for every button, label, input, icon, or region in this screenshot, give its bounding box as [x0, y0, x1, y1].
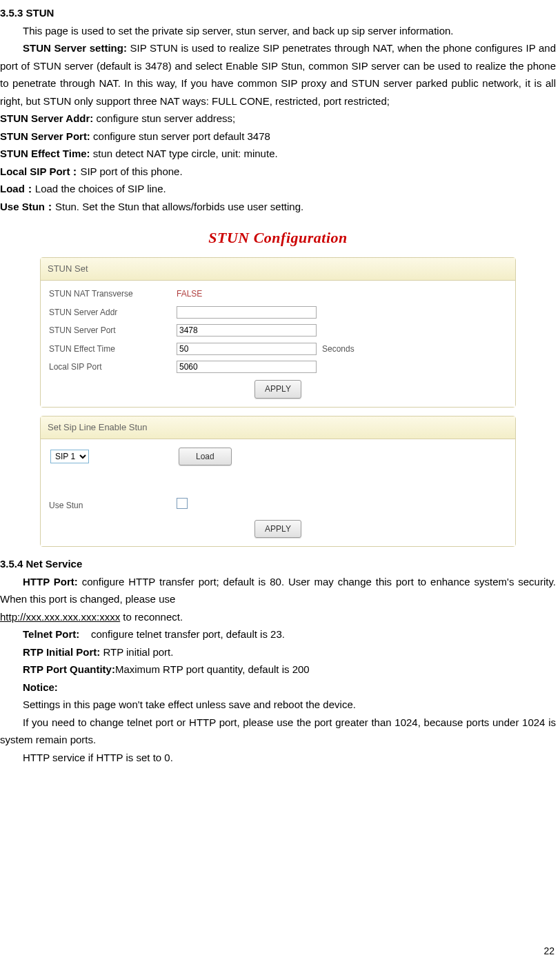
rtp-initial-label: RTP Initial Port: [23, 646, 100, 658]
use-stun-checkbox[interactable] [177, 498, 188, 509]
rtp-quantity-label: RTP Port Quantity: [23, 663, 115, 675]
section-353-title: 3.5.3 STUN [0, 0, 556, 22]
http-port-text2: to reconnect. [120, 611, 183, 623]
server-addr-row-label: STUN Server Addr [46, 305, 177, 319]
sip-line-select[interactable]: SIP 1 [50, 450, 89, 463]
stun-server-port-text: configure stun server port default 3478 [90, 130, 270, 142]
nat-transverse-label: STUN NAT Transverse [46, 287, 177, 301]
intro-paragraph: This page is used to set the private sip… [0, 22, 556, 40]
stun-server-setting-label: STUN Server setting: [23, 42, 127, 54]
local-sip-input[interactable] [177, 361, 317, 373]
server-port-row-label: STUN Server Port [46, 323, 177, 337]
row-local-sip: Local SIP Port [46, 358, 510, 376]
use-stun-row-label: Use Stun [46, 499, 177, 512]
load-label: Load： [0, 183, 35, 194]
stun-server-addr-text: configure stun server address; [93, 112, 235, 124]
http-port-text: configure HTTP transfer port; default is… [0, 576, 556, 605]
section-354-title: 3.5.4 Net Service [0, 551, 556, 573]
sip-line-header: Set Sip Line Enable Stun [41, 416, 515, 439]
use-stun-label: Use Stun： [0, 201, 55, 212]
stun-server-addr-label: STUN Server Addr: [0, 112, 93, 124]
load-button[interactable]: Load [179, 448, 232, 465]
apply-button-2[interactable]: APPLY [254, 520, 301, 538]
telnet-port-label: Telnet Port: [23, 628, 79, 640]
nat-transverse-value: FALSE [177, 287, 202, 301]
sip-line-panel: Set Sip Line Enable Stun SIP 1 Load Use … [40, 416, 516, 547]
apply-button-1[interactable]: APPLY [254, 380, 301, 398]
row-use-stun: Use Stun [46, 496, 510, 515]
local-sip-row-label: Local SIP Port [46, 360, 177, 374]
use-stun-text: Stun. Set the Stun that allows/forbids u… [55, 201, 303, 212]
row-server-port: STUN Server Port [46, 321, 510, 339]
telnet-port-text: configure telnet transfer port, default … [79, 628, 285, 640]
notice-line-3: HTTP service if HTTP is set to 0. [0, 749, 556, 767]
notice-label: Notice: [23, 681, 58, 693]
rtp-initial-text: RTP initial port. [100, 646, 173, 658]
row-server-addr: STUN Server Addr [46, 303, 510, 321]
rtp-quantity-text: Maximum RTP port quantity, default is 20… [115, 663, 310, 675]
http-port-label: HTTP Port: [23, 576, 78, 588]
stun-configuration-screenshot: STUN Configuration STUN Set STUN NAT Tra… [40, 225, 516, 547]
config-title: STUN Configuration [40, 225, 516, 250]
local-sip-port-label: Local SIP Port： [0, 165, 80, 177]
page-number: 22 [543, 943, 554, 960]
notice-line-1: Settings in this page won't take effect … [0, 696, 556, 714]
row-nat-transverse: STUN NAT Transverse FALSE [46, 285, 510, 303]
server-addr-input[interactable] [177, 306, 317, 319]
load-text: Load the choices of SIP line. [35, 183, 166, 194]
notice-line-2: If you need to change telnet port or HTT… [0, 716, 556, 746]
stun-set-header: STUN Set [41, 258, 515, 281]
http-url-text: http://xxx.xxx.xxx.xxx:xxxx [0, 611, 120, 623]
effect-time-row-label: STUN Effect Time [46, 342, 177, 356]
stun-set-panel: STUN Set STUN NAT Transverse FALSE STUN … [40, 257, 516, 407]
server-port-input[interactable] [177, 324, 317, 337]
effect-time-input[interactable] [177, 343, 317, 355]
row-effect-time: STUN Effect Time Seconds [46, 340, 510, 358]
effect-time-unit: Seconds [322, 342, 354, 356]
stun-effect-time-text: stun detect NAT type circle, unit: minut… [90, 148, 278, 159]
stun-effect-time-label: STUN Effect Time: [0, 148, 90, 159]
local-sip-port-text: SIP port of this phone. [80, 165, 182, 177]
stun-server-port-label: STUN Server Port: [0, 130, 90, 142]
